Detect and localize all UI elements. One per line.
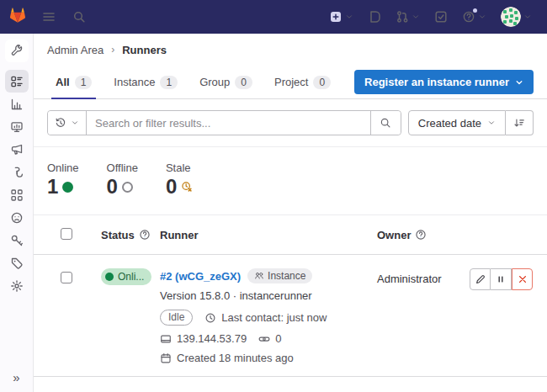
runner-column-header: Runner — [160, 229, 199, 241]
online-dot-icon — [105, 273, 114, 281]
tab-label: All — [56, 76, 70, 88]
key-icon — [10, 234, 24, 247]
breadcrumb-separator: › — [111, 44, 114, 56]
sidebar-item-admin-area[interactable] — [5, 40, 29, 62]
edit-runner-button[interactable] — [470, 268, 491, 290]
runner-version-line: Version 15.8.0 · instancerunner — [160, 289, 377, 302]
register-instance-runner-button[interactable]: Register an instance runner — [354, 70, 534, 94]
search-icon — [72, 10, 86, 24]
grid-icon — [10, 188, 24, 202]
search-input[interactable] — [87, 111, 370, 135]
stat-label: Stale — [166, 162, 193, 174]
chevron-down-icon — [345, 13, 353, 21]
runner-owner[interactable]: Administrator — [377, 273, 442, 285]
tab-count-badge: 1 — [75, 76, 93, 89]
labels-icon — [10, 257, 24, 270]
menu-toggle-button[interactable] — [40, 8, 57, 25]
wrench-icon — [10, 45, 24, 58]
select-runner-checkbox[interactable] — [61, 272, 72, 283]
runner-status-badge[interactable]: Onli... — [101, 268, 151, 285]
tab-instance[interactable]: Instance 1 — [105, 66, 186, 98]
admin-sidebar: » — [0, 34, 34, 392]
double-chevron-right-icon: » — [13, 370, 19, 384]
gitlab-logo[interactable] — [8, 6, 27, 28]
history-icon — [55, 117, 66, 129]
todos-button[interactable] — [433, 8, 449, 25]
filter-row: Created date — [34, 99, 547, 147]
help-question-icon[interactable] — [415, 229, 427, 241]
breadcrumb: Admin Area › Runners — [34, 34, 547, 66]
sort-descending-icon — [513, 117, 525, 129]
chevron-down-icon — [71, 119, 79, 127]
sidebar-item-system-hooks[interactable] — [5, 161, 29, 183]
new-menu-button[interactable] — [327, 8, 355, 25]
runner-link-count: 0 — [275, 332, 281, 345]
issues-icon — [368, 10, 381, 24]
user-menu-button[interactable] — [499, 5, 534, 29]
tab-label: Project — [274, 76, 308, 88]
merge-requests-button[interactable] — [394, 8, 422, 25]
status-column-header: Status — [101, 229, 135, 241]
link-icon — [258, 333, 270, 345]
status-badge-label: Onli... — [118, 271, 144, 283]
stat-online: Online 1 — [47, 162, 79, 197]
breadcrumb-current: Runners — [122, 44, 167, 56]
tab-group[interactable]: Group 0 — [191, 66, 261, 98]
sidebar-item-labels[interactable] — [5, 252, 29, 274]
sidebar-item-abuse-reports[interactable] — [5, 206, 29, 229]
sidebar-item-analytics[interactable] — [5, 93, 29, 115]
plus-square-icon — [329, 10, 343, 24]
sidebar-item-applications[interactable] — [5, 183, 29, 206]
search-history-button[interactable] — [48, 111, 87, 135]
tab-count-badge: 1 — [160, 76, 178, 89]
breadcrumb-admin-area-link[interactable]: Admin Area — [47, 44, 104, 56]
stat-offline: Offline 0 — [107, 162, 138, 197]
online-dot-icon — [62, 182, 73, 193]
idle-badge: Idle — [160, 310, 193, 326]
stat-value: 0 — [166, 177, 177, 197]
help-question-icon[interactable] — [139, 229, 151, 241]
delete-runner-button[interactable] — [512, 268, 533, 290]
pause-runner-button[interactable] — [491, 268, 512, 290]
search-submit-button[interactable] — [370, 111, 401, 135]
help-button[interactable] — [460, 8, 488, 25]
tanuki-icon — [8, 6, 27, 24]
gear-icon — [10, 279, 24, 293]
hamburger-icon — [42, 10, 56, 24]
sidebar-item-settings[interactable] — [5, 274, 29, 297]
register-button-label: Register an instance runner — [364, 76, 509, 88]
stat-value: 0 — [107, 177, 118, 197]
calendar-icon — [160, 352, 172, 364]
tab-project[interactable]: Project 0 — [266, 66, 339, 98]
sidebar-collapse-button[interactable]: » — [0, 369, 33, 385]
sort-direction-button[interactable] — [506, 110, 534, 135]
offline-circle-icon — [122, 182, 133, 193]
pause-icon — [496, 274, 506, 284]
runner-actions — [470, 268, 534, 290]
select-all-checkbox[interactable] — [61, 228, 72, 240]
chevron-down-icon — [487, 119, 496, 127]
notification-dot — [473, 8, 477, 13]
tab-count-badge: 0 — [313, 76, 331, 89]
issues-button[interactable] — [366, 8, 383, 25]
sidebar-item-credentials[interactable] — [5, 229, 29, 252]
sort-controls: Created date — [408, 110, 534, 135]
sidebar-item-overview[interactable] — [5, 70, 29, 93]
gitlab-admin-runners-page: » Admin Area › Runners All 1 Instance 1 … — [0, 0, 547, 392]
search-button[interactable] — [71, 8, 88, 25]
top-navbar — [0, 0, 547, 34]
runner-link[interactable]: #2 (wCG_zeGX) — [160, 270, 241, 283]
sidebar-item-messages[interactable] — [5, 138, 29, 161]
tab-label: Group — [199, 76, 230, 88]
sort-by-button[interactable]: Created date — [408, 110, 506, 135]
sidebar-item-monitoring[interactable] — [5, 115, 29, 138]
megaphone-icon — [10, 143, 24, 156]
clock-icon — [204, 312, 216, 324]
chevron-down-icon — [412, 13, 420, 21]
main-content: Admin Area › Runners All 1 Instance 1 Gr… — [34, 34, 547, 377]
tab-all[interactable]: All 1 — [47, 66, 100, 98]
merge-request-icon — [396, 10, 409, 24]
runner-type-tabs: All 1 Instance 1 Group 0 Project 0 — [47, 66, 339, 98]
runner-table-row: Onli... #2 (wCG_zeGX) Instance Version 1… — [34, 255, 547, 377]
monitor-icon — [10, 120, 24, 134]
